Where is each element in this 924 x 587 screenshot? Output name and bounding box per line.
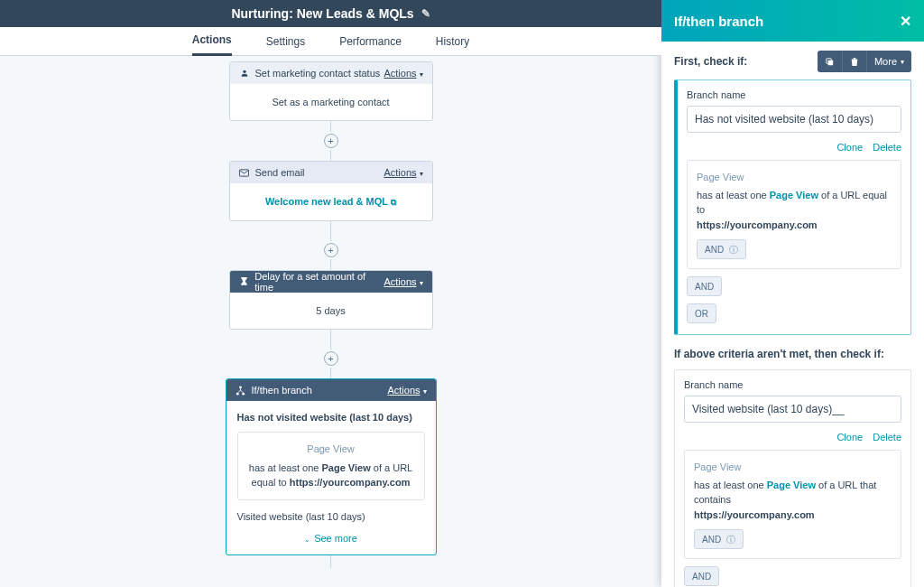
svg-point-2 (239, 386, 242, 388)
card-actions-menu[interactable]: Actions▾ (387, 385, 426, 396)
card-body: 5 days (230, 293, 432, 329)
branch-1-name-input[interactable] (687, 106, 901, 133)
criteria-box[interactable]: Page View has at least one Page View of … (684, 450, 901, 559)
delete-link[interactable]: Delete (873, 432, 901, 443)
and-pill[interactable]: AND (684, 566, 719, 586)
and-pill-inner[interactable]: ANDⓘ (694, 529, 744, 549)
branch-name-label: Branch name (684, 379, 901, 390)
panel-header: If/then branch ✕ (661, 0, 924, 42)
branch-2-block: Branch name Clone Delete Page View has a… (674, 369, 911, 587)
add-step-button[interactable]: + (324, 351, 338, 366)
svg-point-3 (236, 392, 239, 395)
panel-title: If/then branch (674, 14, 763, 29)
card-if-then-branch[interactable]: If/then branch Actions▾ Has not visited … (226, 378, 437, 555)
branch-2-name-input[interactable] (684, 396, 901, 423)
tab-actions[interactable]: Actions (192, 27, 232, 56)
criteria-box[interactable]: Page View has at least one Page View of … (687, 160, 901, 269)
clone-link[interactable]: Clone (836, 432, 863, 443)
card-title: Delay for a set amount of time (254, 271, 383, 293)
criteria-summary: Page View has at least one Page View of … (237, 432, 425, 500)
delete-button[interactable] (843, 51, 867, 72)
branch-1-title: Has not visited website (last 10 days) (237, 412, 425, 423)
second-check-label: If above criteria aren't met, then check… (674, 348, 911, 360)
add-step-button[interactable]: + (324, 243, 338, 257)
see-more-button[interactable]: ⌄See more (237, 533, 425, 544)
tab-history[interactable]: History (436, 27, 469, 56)
tab-bar: Actions Settings Performance History (0, 27, 661, 56)
card-actions-menu[interactable]: Actions▾ (383, 276, 422, 287)
card-header: Send email Actions▾ (230, 162, 432, 183)
and-pill[interactable]: AND (687, 276, 722, 296)
card-send-email[interactable]: Send email Actions▾ Welcome new lead & M… (229, 161, 433, 221)
branch-2-title: Visited website (last 10 days) (237, 511, 425, 522)
branch-name-label: Branch name (687, 89, 901, 100)
copy-button[interactable] (818, 51, 843, 72)
card-title: Set marketing contact status (255, 68, 381, 79)
card-actions-menu[interactable]: Actions▾ (383, 167, 422, 178)
more-button[interactable]: More▾ (867, 51, 911, 72)
workflow-header: Nurturing: New Leads & MQLs ✎ (0, 0, 661, 27)
external-link-icon: ⧉ (391, 198, 396, 207)
tab-performance[interactable]: Performance (339, 27, 402, 56)
workflow-canvas: Set marketing contact status Actions▾ Se… (0, 56, 661, 587)
info-icon: ⓘ (729, 243, 738, 256)
workflow-title: Nurturing: New Leads & MQLs (231, 6, 413, 21)
edit-title-icon[interactable]: ✎ (421, 7, 430, 20)
side-panel: If/then branch ✕ First, check if: More▾ … (661, 0, 924, 587)
card-header: Set marketing contact status Actions▾ (230, 62, 432, 84)
hourglass-icon (239, 276, 250, 287)
tab-settings[interactable]: Settings (266, 27, 305, 56)
branch-icon (236, 385, 246, 396)
card-title: If/then branch (252, 385, 312, 396)
delete-link[interactable]: Delete (873, 142, 901, 153)
info-icon: ⓘ (726, 533, 735, 546)
svg-point-0 (243, 70, 245, 73)
and-pill-inner[interactable]: ANDⓘ (697, 239, 746, 259)
envelope-icon (239, 167, 250, 178)
svg-rect-5 (828, 60, 834, 65)
panel-actions-bar: More▾ (818, 51, 911, 72)
card-body: Has not visited website (last 10 days) P… (226, 401, 436, 554)
card-set-marketing-contact[interactable]: Set marketing contact status Actions▾ Se… (229, 61, 433, 121)
branch-1-block: Branch name Clone Delete Page View has a… (674, 79, 911, 335)
card-header: If/then branch Actions▾ (226, 379, 436, 401)
clone-link[interactable]: Clone (836, 142, 863, 153)
add-step-button[interactable]: + (324, 134, 338, 148)
card-actions-menu[interactable]: Actions▾ (383, 68, 422, 79)
first-check-label: First, check if: (674, 55, 747, 68)
card-body[interactable]: Welcome new lead & MQL⧉ (230, 183, 432, 220)
card-delay[interactable]: Delay for a set amount of time Actions▾ … (229, 270, 433, 330)
or-pill[interactable]: OR (687, 303, 716, 323)
svg-point-4 (242, 392, 245, 395)
person-icon (239, 68, 250, 79)
close-icon[interactable]: ✕ (900, 13, 911, 30)
card-header: Delay for a set amount of time Actions▾ (230, 271, 432, 293)
card-body: Set as a marketing contact (230, 84, 432, 120)
card-title: Send email (255, 167, 305, 178)
